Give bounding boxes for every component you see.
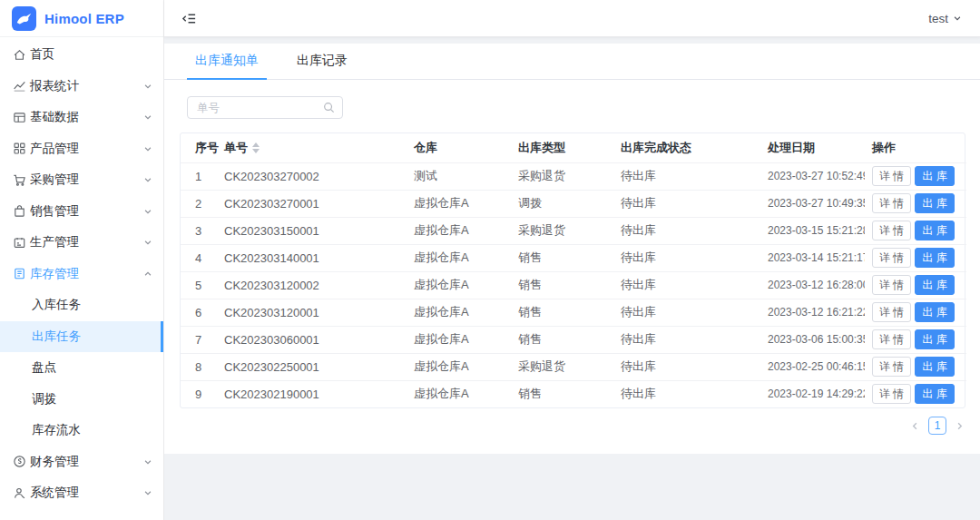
- table-cell: 虚拟仓库A: [407, 271, 511, 299]
- logo-icon: [12, 6, 36, 31]
- table-row: 6CK202303120001虚拟仓库A销售待出库2023-03-12 16:2…: [181, 299, 966, 326]
- collapse-sidebar-icon[interactable]: [181, 11, 197, 26]
- content-card: 出库通知单 出库记录: [164, 44, 980, 454]
- table-row: 4CK202303140001虚拟仓库A销售待出库2023-03-14 15:2…: [181, 244, 966, 271]
- report-chart-icon: [12, 79, 26, 93]
- sidebar-item-finance[interactable]: 财务管理: [0, 446, 163, 478]
- tab-outbound-records[interactable]: 出库记录: [289, 53, 356, 79]
- table-cell: 虚拟仓库A: [407, 244, 511, 271]
- sidebar-item-products[interactable]: 产品管理: [0, 133, 163, 165]
- table-cell: 2023-02-25 00:46:15: [760, 353, 865, 380]
- chevron-down-icon: [143, 488, 152, 497]
- outbound-button[interactable]: 出 库: [915, 384, 954, 404]
- actions-cell: 详 情出 库: [865, 353, 966, 380]
- chevron-down-icon: [143, 175, 152, 184]
- table-cell: 虚拟仓库A: [407, 299, 511, 326]
- table-cell: 2023-03-14 15:21:17: [760, 244, 865, 271]
- table-cell: 待出库: [613, 217, 760, 244]
- detail-button[interactable]: 详 情: [872, 221, 911, 240]
- chevron-down-icon: [143, 82, 152, 91]
- sidebar-item-inbound-tasks[interactable]: 入库任务: [0, 289, 163, 321]
- table-cell: 1: [181, 162, 217, 190]
- outbound-button[interactable]: 出 库: [915, 193, 954, 213]
- table-cell: 虚拟仓库A: [407, 326, 511, 353]
- detail-button[interactable]: 详 情: [872, 275, 911, 295]
- outbound-button[interactable]: 出 库: [915, 302, 954, 322]
- table-cell: 销售: [511, 271, 613, 299]
- sidebar-item-home[interactable]: 首页: [0, 39, 163, 71]
- sidebar-item-base-data[interactable]: 基础数据: [0, 102, 163, 133]
- sidebar-item-sales[interactable]: 销售管理: [0, 196, 163, 228]
- table-row: 1CK202303270002测试采购退货待出库2023-03-27 10:52…: [181, 162, 966, 190]
- user-menu[interactable]: test: [928, 12, 962, 25]
- table-cell: 3: [181, 217, 217, 244]
- outbound-button[interactable]: 出 库: [915, 329, 954, 349]
- system-user-icon: [12, 486, 26, 500]
- main-menu: 首页 报表统计 基础数据 产品管理 采购管理: [0, 37, 163, 509]
- outbound-button[interactable]: 出 库: [915, 248, 954, 268]
- search-input[interactable]: [187, 96, 343, 119]
- outbound-button[interactable]: 出 库: [915, 221, 954, 240]
- sidebar-item-production[interactable]: 生产管理: [0, 227, 163, 259]
- detail-button[interactable]: 详 情: [872, 302, 911, 322]
- sidebar-item-stock-flow[interactable]: 库存流水: [0, 415, 163, 446]
- base-data-icon: [12, 110, 26, 124]
- toolbar: [164, 80, 980, 119]
- table-cell: 8: [181, 353, 217, 380]
- table-cell: 销售: [511, 299, 613, 326]
- outbound-button[interactable]: 出 库: [915, 166, 954, 186]
- chevron-down-icon: [143, 113, 152, 122]
- sidebar-item-outbound-tasks[interactable]: 出库任务: [0, 321, 163, 353]
- tab-outbound-notice[interactable]: 出库通知单: [187, 53, 267, 79]
- detail-button[interactable]: 详 情: [872, 166, 911, 186]
- app-window: Himool ERP 首页 报表统计 基础数据 产品管理: [0, 0, 980, 520]
- table-cell: 待出库: [613, 162, 760, 190]
- actions-cell: 详 情出 库: [865, 299, 966, 326]
- prev-page-icon[interactable]: [910, 421, 920, 431]
- topbar: test: [164, 0, 980, 37]
- detail-button[interactable]: 详 情: [872, 248, 911, 268]
- product-icon: [12, 142, 26, 156]
- sidebar-item-stocktake[interactable]: 盘点: [0, 352, 163, 384]
- table-cell: 采购退货: [511, 353, 613, 380]
- sidebar-item-label: 首页: [30, 46, 54, 63]
- table-cell: 2023-03-12 16:28:00: [760, 271, 865, 299]
- table-cell: 待出库: [613, 299, 760, 326]
- col-index: 序号: [181, 133, 217, 162]
- table-header-row: 序号 单号 仓库 出库类型 出库完成状态 处理日期 操作: [181, 133, 966, 162]
- sort-icon[interactable]: [252, 142, 260, 153]
- next-page-icon[interactable]: [955, 421, 965, 431]
- outbound-button[interactable]: 出 库: [915, 275, 954, 295]
- sidebar-item-label: 调拨: [32, 391, 56, 407]
- content-area: 出库通知单 出库记录: [164, 37, 980, 520]
- chevron-down-icon: [143, 238, 152, 247]
- sidebar-item-label: 盘点: [32, 359, 56, 376]
- user-name: test: [928, 12, 948, 25]
- table-cell: 虚拟仓库A: [407, 380, 511, 407]
- inventory-icon: [12, 267, 26, 281]
- sidebar-item-reports[interactable]: 报表统计: [0, 71, 163, 103]
- table-cell: 虚拟仓库A: [407, 353, 511, 380]
- sales-bag-icon: [12, 204, 26, 219]
- sidebar-item-system[interactable]: 系统管理: [0, 477, 163, 509]
- table-cell: CK202303150001: [217, 217, 407, 244]
- table-cell: 调拨: [511, 190, 613, 217]
- sidebar-item-transfer[interactable]: 调拨: [0, 384, 163, 416]
- table-cell: CK202302190001: [217, 380, 407, 407]
- col-process-date: 处理日期: [760, 133, 865, 162]
- detail-button[interactable]: 详 情: [872, 193, 911, 213]
- sidebar-item-inventory[interactable]: 库存管理: [0, 259, 163, 290]
- outbound-button[interactable]: 出 库: [915, 357, 954, 377]
- table-cell: CK202303270001: [217, 190, 407, 217]
- table-cell: 9: [181, 380, 217, 407]
- detail-button[interactable]: 详 情: [872, 357, 911, 377]
- actions-cell: 详 情出 库: [865, 271, 966, 299]
- table-cell: 虚拟仓库A: [407, 217, 511, 244]
- table-cell: 2023-03-06 15:00:35: [760, 326, 865, 353]
- page-number[interactable]: 1: [928, 417, 946, 435]
- search-icon: [323, 101, 335, 117]
- detail-button[interactable]: 详 情: [872, 329, 911, 349]
- detail-button[interactable]: 详 情: [872, 384, 911, 404]
- sidebar-item-purchase[interactable]: 采购管理: [0, 164, 163, 196]
- table-cell: 6: [181, 299, 217, 326]
